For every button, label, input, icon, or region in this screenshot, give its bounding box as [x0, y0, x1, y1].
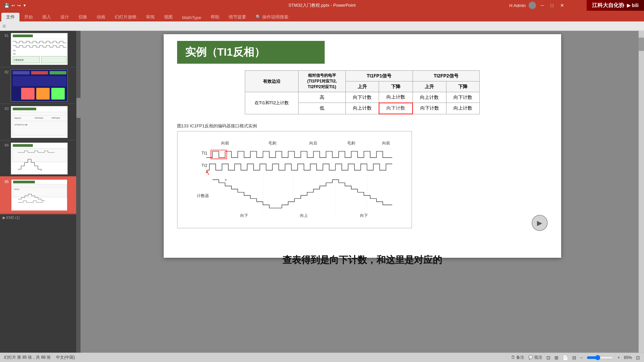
undo-icon[interactable]: ↩ — [11, 3, 15, 8]
slide-thumb-83[interactable]: 83 有效边沿 TI1FP1信号 TI2FP2信号 在TI1和TI2上计数 — [0, 104, 76, 140]
svg-rect-30 — [13, 184, 67, 197]
end-marker: ▶ END (1) — [0, 214, 76, 222]
col-header-ti2fp2: TI2FP2信号 — [413, 71, 479, 81]
view-normal-icon[interactable]: ⊡ — [546, 355, 550, 360]
fit-slide-button[interactable]: ⊡ — [636, 355, 640, 360]
svg-rect-9 — [13, 71, 30, 74]
slide-info: 幻灯片 第 85 张，共 86 张 — [4, 355, 51, 360]
zoom-level: 85% — [624, 355, 632, 360]
slide-thumb-85[interactable]: 85 有效边沿 — [0, 177, 76, 214]
view-slideshow-icon[interactable]: ⊟ — [572, 355, 576, 360]
slide-num-84: 84 — [1, 143, 9, 147]
slide-preview-81: TI1 TI2 计数器波形 — [11, 33, 68, 65]
bilibili-icon: ▶ bili — [627, 3, 639, 8]
tab-mathtype[interactable]: MathType — [177, 14, 206, 21]
row2-c2-highlight: 向下计数 — [379, 103, 413, 114]
level-low: 低 — [299, 103, 345, 114]
maximize-button[interactable]: □ — [549, 2, 555, 9]
slide-num-85: 85 — [1, 180, 9, 184]
figure-box: 向前 毛刺 向后 毛刺 向前 TI1 — [177, 131, 412, 228]
redo-icon[interactable]: ↪ — [17, 3, 21, 8]
comments-button[interactable]: 💬 批注 — [528, 355, 542, 360]
preview-svg-81: TI1 TI2 计数器波形 — [11, 33, 67, 65]
sidebar-scrollbar[interactable] — [76, 31, 80, 353]
svg-text:TI1: TI1 — [13, 50, 16, 52]
slide-num-81: 81 — [1, 34, 9, 38]
row2-c3: 向下计数 — [413, 103, 446, 114]
tab-switch[interactable]: 切换 — [74, 13, 92, 21]
tab-help[interactable]: 帮助 — [206, 13, 224, 21]
svg-rect-17 — [13, 108, 36, 110]
svg-text:向上: 向上 — [300, 213, 308, 218]
level-high: 高 — [299, 92, 345, 103]
scrollbar-thumb[interactable] — [76, 98, 80, 118]
preview-svg-83: 有效边沿 TI1FP1信号 TI2FP2信号 在TI1和TI2上计数 — [11, 106, 67, 138]
notes-button[interactable]: 🗒 备注 — [511, 355, 524, 360]
preview-svg-85: 有效边沿 — [11, 179, 67, 211]
tab-story[interactable]: 情节提要 — [224, 13, 251, 21]
svg-text:计数器: 计数器 — [197, 193, 209, 198]
svg-text:向前: 向前 — [382, 141, 390, 145]
svg-rect-26 — [13, 144, 33, 147]
row2-c1: 向上计数 — [345, 103, 379, 114]
col-header-signal: 相对信号的电平(TI1FP1对应TI2,TI2FP2对应TI1) — [299, 71, 345, 92]
preview-svg-84 — [11, 142, 67, 175]
customize-icon[interactable]: ▼ — [23, 3, 26, 7]
view-reader-icon[interactable]: 📄 — [562, 355, 568, 360]
window-title: STM32入门教程.pptx - PowerPoint — [288, 2, 356, 8]
title-bar-right: H Admin 江科大自化协 ▶ bili ─ □ ✕ — [509, 2, 640, 9]
tab-animation[interactable]: 动画 — [92, 13, 110, 21]
row1-c3: 向上计数 — [413, 92, 446, 103]
tab-slideshow[interactable]: 幻灯片放映 — [110, 13, 141, 21]
title-bar-left: 💾 ↩ ↪ ▼ — [4, 3, 26, 8]
view-grid-icon[interactable]: ⊞ — [554, 355, 558, 360]
slide-thumb-84[interactable]: 84 — [0, 140, 76, 177]
user-avatar — [529, 2, 536, 9]
tab-home[interactable]: 开始 — [19, 13, 38, 21]
toolbar-hint: tE — [3, 24, 6, 28]
svg-text:TI1FP1信号: TI1FP1信号 — [35, 117, 43, 119]
minimize-button[interactable]: ─ — [539, 2, 546, 9]
play-button[interactable]: ▶ — [532, 215, 548, 231]
status-right: 🗒 备注 💬 批注 ⊡ ⊞ 📄 ⊟ – + 85% ⊡ — [511, 355, 640, 360]
zoom-slider[interactable] — [587, 355, 613, 360]
tab-file[interactable]: 文件 — [1, 13, 19, 21]
figure-title: 图133 IC1FP1反相的编码器接口模式实例 — [177, 123, 548, 129]
tab-view[interactable]: 视图 — [159, 13, 177, 21]
tab-design[interactable]: 设计 — [56, 13, 74, 21]
svg-text:向前: 向前 — [221, 141, 229, 145]
svg-rect-29 — [13, 181, 35, 183]
slide-preview-82 — [11, 69, 68, 102]
svg-text:毛刺: 毛刺 — [347, 141, 355, 145]
tab-search[interactable]: 🔍 操作说明搜索 — [251, 13, 293, 21]
zoom-out-button[interactable]: – — [580, 355, 583, 360]
svg-rect-27 — [13, 148, 66, 162]
tab-insert[interactable]: 插入 — [38, 13, 56, 21]
slide-thumb-82[interactable]: 82 — [0, 67, 76, 104]
ribbon-tabs: 文件 开始 插入 设计 切换 动画 幻灯片放映 审阅 视图 MathType 帮… — [0, 11, 644, 21]
svg-text:向下: 向下 — [240, 213, 248, 218]
encoder-table: 有效边沿 相对信号的电平(TI1FP1对应TI2,TI2FP2对应TI1) TI… — [245, 70, 480, 114]
slide-thumb-81[interactable]: 81 TI1 TI2 计数器波形 — [0, 31, 76, 67]
zoom-in-button[interactable]: + — [618, 355, 620, 360]
content-scroll-thumb[interactable] — [639, 38, 644, 51]
svg-text:毛刺: 毛刺 — [268, 141, 276, 145]
svg-text:向后: 向后 — [309, 141, 317, 145]
brand-area: 江科大自化协 ▶ bili — [587, 0, 644, 11]
tab-review[interactable]: 审阅 — [141, 13, 159, 21]
close-button[interactable]: ✕ — [558, 2, 566, 9]
svg-text:TI2: TI2 — [201, 163, 207, 168]
slide-panel: 81 TI1 TI2 计数器波形 — [0, 31, 76, 353]
slide-canvas: 实例（TI1反相） 有效边沿 相对信号的电平(TI1FP1对应TI2,TI2FP… — [164, 34, 561, 258]
slide-num-82: 82 — [1, 70, 9, 74]
svg-rect-14 — [36, 88, 50, 100]
svg-text:计数器波形: 计数器波形 — [14, 59, 24, 61]
svg-text:有效边沿: 有效边沿 — [14, 188, 19, 190]
save-icon[interactable]: 💾 — [4, 3, 9, 8]
svg-rect-13 — [21, 88, 35, 100]
svg-rect-1 — [13, 35, 33, 37]
content-scrollbar[interactable] — [639, 31, 644, 353]
svg-text:有效边沿: 有效边沿 — [14, 117, 21, 119]
bottom-text: 查表得到是向下计数，和这里是对应的 — [164, 254, 561, 266]
window-controls[interactable]: ─ □ ✕ — [539, 2, 566, 9]
